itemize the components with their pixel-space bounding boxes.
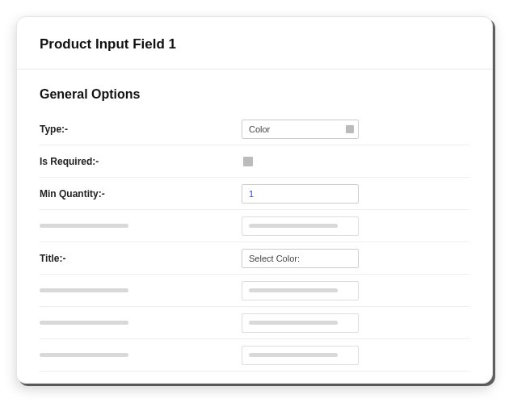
card-header: Product Input Field 1	[17, 17, 492, 69]
skeleton-inner	[249, 353, 338, 357]
label-placeholder-2	[40, 288, 242, 292]
skeleton-inner	[249, 288, 338, 292]
skeleton-input	[242, 281, 359, 300]
skeleton-label	[40, 353, 128, 357]
input-col-placeholder-1	[242, 216, 359, 236]
label-placeholder-3	[40, 321, 242, 325]
type-select-wrap: Color	[242, 120, 359, 139]
input-col-is-required	[242, 157, 253, 166]
label-placeholder-1	[40, 224, 242, 228]
skeleton-inner	[249, 321, 338, 325]
input-col-type: Color	[242, 120, 359, 139]
skeleton-label	[40, 224, 128, 228]
row-title: Title:-	[40, 242, 469, 275]
label-placeholder-4	[40, 353, 242, 357]
skeleton-input	[242, 346, 359, 365]
section-title: General Options	[40, 87, 469, 102]
skeleton-label	[40, 288, 128, 292]
type-select[interactable]: Color	[242, 120, 359, 139]
row-min-quantity: Min Quantity:-	[40, 178, 469, 210]
min-quantity-input[interactable]	[242, 184, 359, 204]
row-placeholder-1	[40, 210, 469, 242]
row-type: Type:- Color	[40, 113, 469, 145]
skeleton-label	[40, 321, 128, 325]
label-title: Title:-	[40, 253, 242, 264]
label-min-quantity: Min Quantity:-	[40, 188, 242, 200]
row-placeholder-3	[40, 307, 469, 339]
input-col-min-quantity	[242, 184, 359, 204]
row-placeholder-2	[40, 275, 469, 307]
input-col-placeholder-3	[242, 313, 359, 333]
card-body: General Options Type:- Color Is Required…	[17, 69, 492, 383]
row-is-required: Is Required:-	[40, 145, 469, 178]
input-col-placeholder-4	[242, 346, 359, 365]
is-required-checkbox[interactable]	[243, 157, 253, 166]
row-placeholder-4	[40, 339, 469, 372]
label-type: Type:-	[40, 124, 242, 135]
skeleton-inner	[249, 224, 338, 228]
title-input[interactable]	[242, 249, 359, 268]
skeleton-input	[242, 216, 359, 236]
product-input-card: Product Input Field 1 General Options Ty…	[16, 16, 493, 384]
card-title: Product Input Field 1	[40, 36, 469, 52]
type-select-value: Color	[249, 124, 270, 134]
input-col-title	[242, 249, 359, 268]
skeleton-input	[242, 313, 359, 333]
input-col-placeholder-2	[242, 281, 359, 300]
label-is-required: Is Required:-	[40, 156, 242, 167]
